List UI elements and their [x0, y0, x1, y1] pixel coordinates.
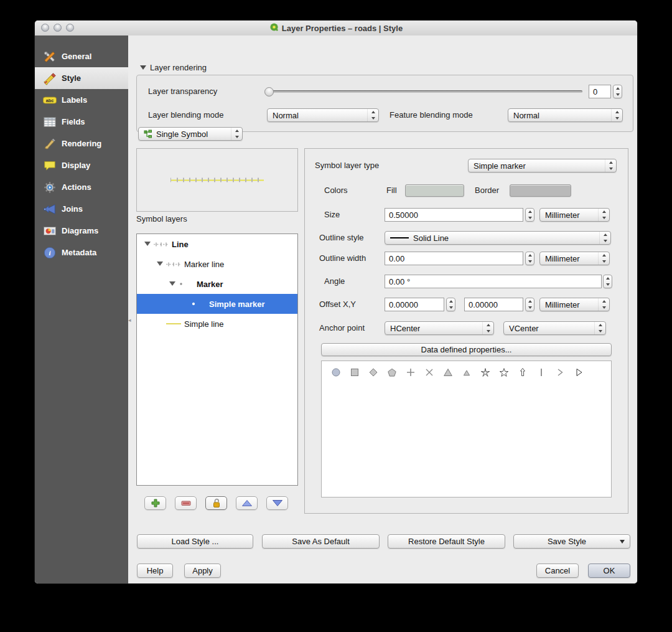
marker-shape-circle[interactable] — [327, 364, 345, 380]
outline-width-input[interactable]: 0.00 — [385, 252, 523, 265]
marker-shape-arrowhead-right[interactable] — [569, 364, 588, 380]
select-arrows-icon — [611, 109, 622, 121]
solid-line-swatch-icon — [390, 237, 409, 238]
select-arrows-icon — [482, 322, 493, 334]
feature-blending-label: Feature blending mode — [390, 110, 473, 120]
sidebar-item-metadata[interactable]: iMetadata — [35, 242, 128, 263]
sidebar-item-label: Display — [62, 161, 90, 170]
marker-shape-pentagon[interactable] — [383, 364, 401, 380]
anchor-vertical-select[interactable]: VCenter — [503, 321, 606, 335]
outline-width-stepper[interactable] — [525, 252, 534, 265]
select-arrows-icon — [367, 109, 378, 121]
layer-rendering-group: Layer transparency 0 Layer blending mode… — [136, 75, 633, 132]
size-unit-select[interactable]: Millimeter — [539, 208, 610, 222]
data-defined-properties-button[interactable]: Data defined properties... — [321, 343, 612, 356]
marker-line-preview — [170, 178, 264, 182]
offset-x-input[interactable]: 0.00000 — [385, 298, 444, 311]
tree-item-simple-line[interactable]: Simple line — [137, 314, 297, 334]
fill-label: Fill — [386, 186, 397, 195]
move-layer-up-button[interactable] — [236, 496, 258, 510]
sidebar-item-display[interactable]: Display — [35, 154, 128, 176]
tree-item-line[interactable]: Line — [137, 234, 297, 254]
tools-icon — [42, 49, 57, 64]
marker-shape-cross-plus[interactable] — [401, 364, 420, 380]
style-brush-icon — [42, 71, 57, 86]
layer-rendering-disclosure[interactable]: Layer rendering — [140, 63, 207, 72]
marker-shape-star-concave[interactable] — [476, 364, 495, 380]
sidebar-item-actions[interactable]: Actions — [35, 176, 128, 198]
size-label: Size — [324, 210, 340, 219]
titlebar[interactable]: Layer Properties – roads | Style — [35, 21, 637, 36]
transparency-value-input[interactable]: 0 — [589, 85, 611, 98]
marker-shape-equilateral-triangle[interactable] — [457, 364, 476, 380]
apply-button[interactable]: Apply — [184, 564, 221, 578]
marker-shape-line-vertical[interactable] — [532, 364, 551, 380]
save-as-default-button[interactable]: Save As Default — [262, 534, 380, 549]
anchor-horizontal-select[interactable]: HCenter — [385, 321, 494, 335]
sidebar-item-label: Actions — [62, 182, 91, 192]
remove-symbol-layer-button[interactable] — [175, 496, 197, 510]
border-color-swatch[interactable] — [510, 184, 571, 197]
sidebar-item-general[interactable]: General — [35, 45, 128, 67]
triangle-up-blue-icon — [241, 499, 253, 507]
tree-item-marker-line[interactable]: Marker line — [137, 254, 297, 274]
transparency-stepper[interactable] — [613, 85, 622, 98]
layer-blending-label: Layer blending mode — [148, 110, 223, 120]
marker-shape-triangle[interactable] — [439, 364, 457, 380]
marker-line-icon — [166, 262, 184, 267]
offset-unit-select[interactable]: Millimeter — [539, 298, 610, 311]
help-button[interactable]: Help — [137, 564, 173, 578]
renderer-select[interactable]: Single Symbol — [138, 127, 243, 141]
colors-label: Colors — [324, 186, 348, 195]
transparency-slider[interactable] — [267, 90, 582, 93]
plus-green-icon — [150, 498, 161, 508]
marker-shape-square[interactable] — [345, 364, 364, 380]
symbol-layer-type-label: Symbol layer type — [315, 161, 379, 170]
angle-input[interactable]: 0.00 ° — [385, 275, 602, 288]
marker-shape-star[interactable] — [495, 364, 513, 380]
move-layer-down-button[interactable] — [266, 496, 288, 510]
sidebar-item-labels[interactable]: abcLabels — [35, 89, 128, 111]
tree-item-marker[interactable]: Marker — [137, 274, 297, 294]
tree-item-simple-marker[interactable]: Simple marker — [137, 294, 297, 314]
select-arrows-icon — [598, 298, 609, 311]
tree-item-label: Simple line — [184, 319, 224, 329]
labels-abc-icon: abc — [42, 93, 57, 108]
sidebar-item-style[interactable]: Style — [35, 67, 128, 89]
select-arrows-icon — [598, 252, 609, 265]
layer-blending-select[interactable]: Normal — [267, 108, 379, 122]
restore-default-style-button[interactable]: Restore Default Style — [388, 534, 505, 549]
sidebar-item-rendering[interactable]: Rendering — [35, 133, 128, 154]
marker-shape-chevron-right[interactable] — [551, 364, 569, 380]
minus-red-icon — [180, 499, 192, 507]
marker-shape-cross-x[interactable] — [420, 364, 439, 380]
single-symbol-icon — [144, 130, 152, 138]
load-style-button[interactable]: Load Style ... — [137, 534, 253, 549]
sidebar-item-joins[interactable]: Joins — [35, 198, 128, 220]
outline-width-unit-select[interactable]: Millimeter — [539, 252, 610, 265]
feature-blending-select[interactable]: Normal — [508, 108, 623, 122]
size-stepper[interactable] — [525, 208, 534, 222]
sidebar-item-fields[interactable]: Fields — [35, 111, 128, 133]
outline-style-select[interactable]: Solid Line — [385, 231, 611, 245]
ok-button[interactable]: OK — [588, 564, 630, 578]
size-input[interactable]: 0.50000 — [385, 208, 523, 222]
offset-y-input[interactable]: 0.00000 — [464, 298, 523, 311]
angle-stepper[interactable] — [603, 275, 612, 288]
select-arrows-icon — [599, 232, 610, 244]
dot-icon — [190, 301, 209, 307]
save-style-button[interactable]: Save Style — [513, 534, 630, 549]
offset-x-stepper[interactable] — [446, 298, 455, 311]
fill-color-swatch[interactable] — [405, 184, 464, 197]
cancel-button[interactable]: Cancel — [536, 564, 579, 578]
add-symbol-layer-button[interactable] — [144, 496, 166, 510]
transparency-slider-thumb[interactable] — [264, 87, 274, 97]
splitter-collapse-handle[interactable]: ◂ — [128, 317, 131, 323]
marker-shape-arrow-up[interactable] — [513, 364, 532, 380]
marker-shape-diamond[interactable] — [364, 364, 383, 380]
lock-color-button[interactable] — [205, 496, 227, 510]
offset-y-stepper[interactable] — [525, 298, 534, 311]
symbol-layer-type-select[interactable]: Simple marker — [468, 159, 617, 172]
sidebar-item-diagrams[interactable]: Diagrams — [35, 220, 128, 242]
sidebar-item-label: General — [62, 52, 91, 61]
